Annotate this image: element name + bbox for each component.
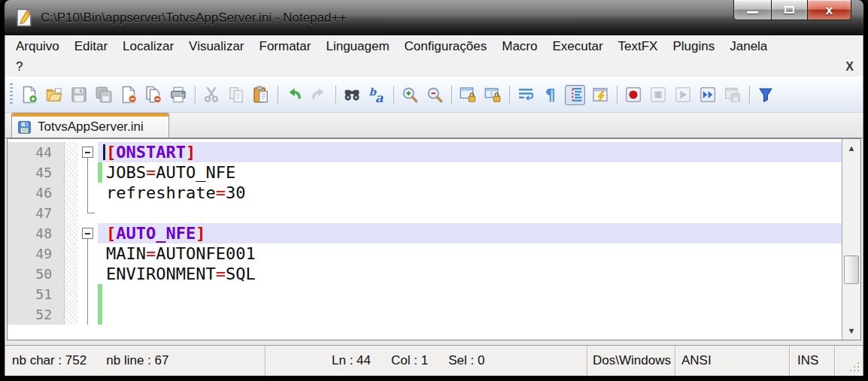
editor-line-46[interactable]: 46refreshrate=30 — [8, 183, 842, 203]
code-text[interactable]: [ONSTART] — [102, 142, 842, 162]
tab-totvsappserver-ini[interactable]: TotvsAppServer.ini — [11, 113, 169, 138]
scroll-up-button[interactable]: ▲ — [842, 139, 860, 157]
fold-line — [87, 284, 88, 304]
menu-textfx[interactable]: TextFX — [611, 39, 666, 54]
zoom-in-button[interactable] — [399, 85, 420, 105]
menu-configura-es[interactable]: Configurações — [397, 39, 495, 54]
new-file-button[interactable] — [19, 85, 39, 105]
code-text[interactable]: refreshrate=30 — [102, 183, 842, 203]
close-all-button[interactable] — [143, 85, 163, 105]
macro-record-button[interactable] — [623, 85, 643, 105]
menu-arquivo[interactable]: Arquivo — [8, 39, 67, 54]
bookmark-margin[interactable] — [65, 223, 78, 243]
menu-macro[interactable]: Macro — [494, 39, 545, 54]
toolbar-separator — [278, 86, 278, 104]
fold-line — [87, 203, 88, 213]
replace-button[interactable]: ba — [366, 85, 387, 105]
find-button[interactable] — [341, 85, 362, 105]
bookmark-margin[interactable] — [65, 243, 78, 264]
window-title: C:\P10\Bin\appserver\TotvsAppServer.ini … — [41, 11, 346, 26]
code-text[interactable]: ENVIRONMENT=SQL — [102, 264, 842, 284]
code-text[interactable] — [102, 284, 842, 304]
menu-help[interactable]: ? — [8, 59, 30, 74]
undo-icon — [285, 86, 303, 104]
sync-vertical-button[interactable] — [457, 85, 478, 105]
print-button[interactable] — [168, 85, 188, 105]
fold-margin[interactable] — [78, 142, 98, 162]
toolbar-separator — [335, 86, 336, 104]
macro-record-icon — [624, 86, 642, 104]
fold-line — [87, 243, 88, 264]
fold-margin — [78, 284, 98, 304]
bookmark-margin[interactable] — [65, 142, 78, 162]
svg-text:¶: ¶ — [545, 86, 555, 104]
status-selection: Sel : 0 — [448, 353, 484, 368]
menu-visualizar[interactable]: Visualizar — [181, 39, 251, 54]
macro-run-multiple-button[interactable] — [697, 85, 718, 105]
close-button[interactable]: x — [808, 0, 851, 20]
user-define-dialog-button[interactable] — [590, 85, 610, 105]
status-encoding[interactable]: ANSI — [675, 346, 789, 376]
textfx-button[interactable] — [755, 85, 775, 105]
bookmark-margin[interactable] — [65, 304, 78, 325]
macro-stop-button — [648, 85, 668, 105]
toolbar-separator — [451, 86, 452, 104]
menu-plugins[interactable]: Plugins — [665, 39, 722, 54]
menu-linguagem[interactable]: Linguagem — [318, 39, 396, 54]
tab-bar: TotvsAppServer.ini — [5, 113, 863, 138]
close-file-button[interactable] — [118, 85, 138, 105]
editor-line-48[interactable]: 48[AUTO_NFE] — [8, 223, 842, 243]
show-all-characters-button[interactable]: ¶ — [540, 85, 560, 105]
paste-button[interactable] — [250, 85, 271, 105]
word-wrap-button[interactable] — [515, 85, 536, 105]
bookmark-margin[interactable] — [65, 162, 78, 183]
fold-collapse-box[interactable] — [82, 147, 93, 158]
code-text[interactable]: JOBS=AUTO_NFE — [102, 162, 842, 183]
code-text[interactable] — [102, 304, 842, 325]
toolbar-grip[interactable] — [10, 83, 13, 106]
editor-line-44[interactable]: 44[ONSTART] — [8, 142, 842, 162]
screenshot: C:\P10\Bin\appserver\TotvsAppServer.ini … — [0, 0, 868, 381]
show-indent-guide-button[interactable] — [565, 85, 585, 105]
editor-line-45[interactable]: 45JOBS=AUTO_NFE — [8, 162, 842, 183]
editor-line-52[interactable]: 52 — [8, 304, 842, 325]
menu-janela[interactable]: Janela — [722, 39, 775, 54]
code-text[interactable]: MAIN=AUTONFE001 — [102, 243, 842, 264]
bookmark-margin[interactable] — [65, 183, 78, 203]
editor-line-47[interactable]: 47 — [8, 203, 842, 223]
status-eol-format[interactable]: Dos\Windows — [587, 346, 675, 376]
zoom-out-button[interactable] — [424, 85, 445, 105]
resize-grip[interactable] — [849, 361, 859, 371]
scroll-down-button[interactable]: ▼ — [842, 322, 860, 340]
sync-horizontal-button[interactable] — [482, 85, 502, 105]
editor-lines: 44[ONSTART]45JOBS=AUTO_NFE46refreshrate=… — [8, 139, 842, 340]
menu-editar[interactable]: Editar — [67, 39, 115, 54]
menu-localizar[interactable]: Localizar — [115, 39, 181, 54]
redo-icon — [310, 86, 328, 104]
bookmark-margin[interactable] — [65, 264, 78, 284]
fold-line — [87, 162, 88, 183]
title-bar[interactable]: C:\P10\Bin\appserver\TotvsAppServer.ini … — [5, 0, 863, 35]
minimize-button[interactable] — [733, 0, 772, 20]
line-number: 44 — [8, 142, 65, 162]
status-eol-label: Dos\Windows — [593, 353, 671, 368]
editor-line-51[interactable]: 51 — [8, 284, 842, 304]
fold-collapse-box[interactable] — [82, 228, 93, 239]
close-document-button[interactable]: X — [845, 60, 854, 74]
status-typing-mode[interactable]: INS — [789, 346, 834, 376]
code-text[interactable]: [AUTO_NFE] — [102, 223, 842, 243]
editor-line-50[interactable]: 50ENVIRONMENT=SQL — [8, 264, 842, 284]
maximize-button[interactable] — [772, 0, 808, 20]
code-text[interactable] — [102, 203, 842, 223]
scroll-thumb[interactable] — [844, 256, 859, 284]
bookmark-margin[interactable] — [65, 203, 78, 223]
open-file-button[interactable] — [44, 85, 64, 105]
fold-margin[interactable] — [78, 223, 98, 243]
editor-vertical-scrollbar[interactable]: ▲ ▼ — [842, 139, 860, 340]
editor-line-49[interactable]: 49MAIN=AUTONFE001 — [8, 243, 842, 264]
bookmark-margin[interactable] — [65, 284, 78, 304]
macro-stop-icon — [649, 86, 667, 104]
undo-button[interactable] — [284, 85, 304, 105]
menu-executar[interactable]: Executar — [545, 39, 610, 54]
menu-formatar[interactable]: Formatar — [252, 39, 319, 54]
